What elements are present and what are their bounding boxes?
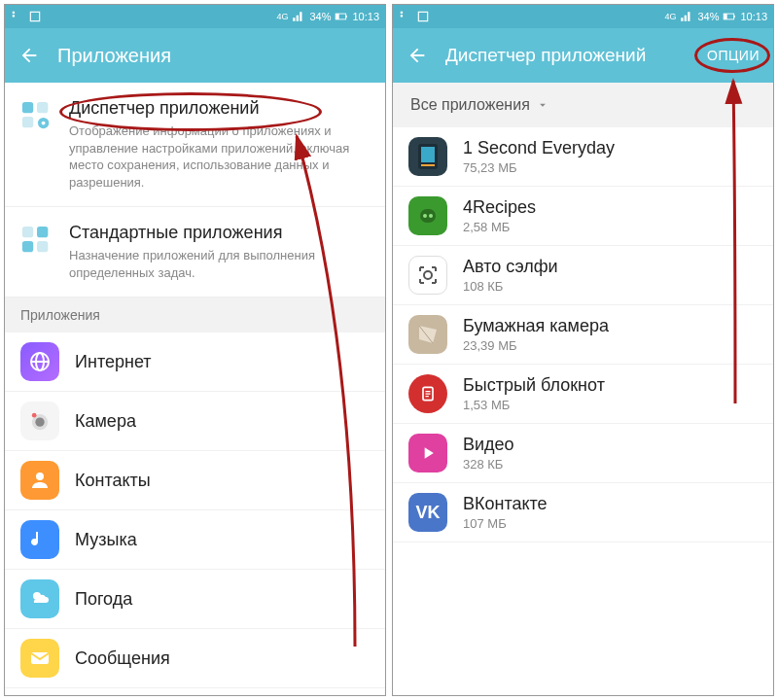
app-label: ВКонтакте: [463, 494, 548, 514]
app-label: Музыка: [75, 530, 137, 550]
app-icon: [408, 137, 447, 176]
header: Диспетчер приложений ОПЦИИ: [393, 28, 773, 83]
back-arrow-icon[interactable]: [18, 45, 40, 66]
svg-point-31: [424, 271, 432, 279]
paper-camera-icon: [408, 315, 447, 354]
app-label: Камера: [75, 411, 136, 432]
screenshot-icon: [416, 10, 430, 23]
app-size: 107 МБ: [463, 516, 548, 531]
status-bar: 4G 34% 10:13: [5, 5, 385, 28]
app-size: 1,53 МБ: [463, 398, 605, 412]
contacts-icon: [20, 461, 59, 500]
music-icon: [20, 520, 59, 559]
section-app-manager[interactable]: Диспетчер приложений Отображение информа…: [5, 83, 385, 207]
selfie-icon: [408, 256, 447, 295]
app-label: Быстрый блокнот: [463, 375, 605, 396]
filter-dropdown[interactable]: Все приложения: [393, 83, 773, 127]
app-label: Сообщения: [75, 648, 170, 669]
app-icon: [408, 196, 447, 235]
svg-rect-11: [22, 241, 33, 252]
app-size: 2,58 МБ: [463, 220, 536, 234]
svg-rect-27: [421, 164, 435, 166]
app-label: Погода: [75, 589, 132, 610]
list-item[interactable]: Камера: [5, 392, 385, 451]
grid-icon: [20, 225, 53, 258]
app-label: 1 Second Everyday: [463, 138, 615, 158]
svg-rect-2: [336, 14, 340, 19]
notepad-icon: [408, 374, 447, 413]
page-title: Приложения: [57, 45, 371, 67]
clock: 10:13: [352, 11, 379, 22]
app-label: Авто сэлфи: [463, 257, 558, 277]
svg-rect-0: [30, 12, 39, 20]
svg-rect-6: [22, 117, 33, 127]
section-default-apps[interactable]: Стандартные приложения Назначение прилож…: [5, 207, 385, 298]
list-item[interactable]: Сообщения: [5, 629, 385, 688]
wifi-icon: [11, 10, 24, 23]
signal-icon: [292, 10, 305, 23]
section-title: Диспетчер приложений: [69, 98, 368, 119]
app-label: Видео: [463, 435, 514, 455]
app-label: Интернет: [75, 352, 152, 372]
list-item[interactable]: Видео 328 КБ: [393, 424, 773, 483]
list-item[interactable]: Погода: [5, 570, 385, 629]
list-item[interactable]: VK ВКонтакте 107 МБ: [393, 483, 773, 542]
network-label: 4G: [276, 12, 288, 21]
back-arrow-icon[interactable]: [407, 45, 428, 66]
list-item[interactable]: Музыка: [5, 510, 385, 570]
svg-point-8: [42, 122, 46, 125]
status-bar: 4G 34% 10:13: [393, 5, 773, 28]
grid-gear-icon: [20, 100, 53, 133]
subheader-apps: Приложения: [5, 298, 385, 332]
svg-rect-21: [418, 12, 427, 20]
section-desc: Назначение приложений для выполнения опр…: [69, 247, 368, 281]
clock: 10:13: [740, 11, 767, 22]
list-item[interactable]: Бумажная камера 23,39 МБ: [393, 305, 773, 365]
internet-icon: [20, 342, 59, 381]
svg-point-17: [32, 413, 37, 418]
wifi-icon: [399, 10, 412, 23]
chevron-down-icon: [536, 98, 549, 112]
app-size: 23,39 МБ: [463, 338, 609, 353]
svg-point-30: [429, 214, 433, 218]
messages-icon: [20, 639, 59, 678]
app-label: Контакты: [75, 471, 151, 491]
svg-rect-24: [734, 16, 735, 18]
svg-rect-5: [37, 102, 48, 113]
section-desc: Отображение информации о приложениях и у…: [69, 122, 368, 191]
phone-right: 4G 34% 10:13 Диспетчер приложений ОПЦИИ …: [392, 4, 774, 696]
list-item[interactable]: Быстрый блокнот 1,53 МБ: [393, 365, 773, 424]
svg-rect-10: [37, 227, 48, 237]
camera-icon: [20, 402, 59, 440]
list-item[interactable]: 1 Second Everyday 75,23 МБ: [393, 127, 773, 187]
content-left: Диспетчер приложений Отображение информа…: [5, 83, 385, 695]
page-title: Диспетчер приложений: [445, 45, 690, 66]
video-icon: [408, 434, 447, 472]
battery-pct: 34%: [309, 11, 331, 22]
battery-icon: [723, 10, 736, 23]
list-item[interactable]: Авто сэлфи 108 КБ: [393, 246, 773, 305]
app-size: 108 КБ: [463, 279, 558, 294]
header: Приложения: [5, 28, 385, 83]
vk-icon: VK: [408, 493, 447, 532]
svg-point-16: [35, 418, 44, 427]
filter-label: Все приложения: [410, 96, 530, 114]
svg-point-29: [423, 214, 427, 218]
svg-rect-9: [22, 227, 33, 237]
svg-rect-12: [37, 241, 48, 252]
list-item[interactable]: Интернет: [5, 332, 385, 392]
svg-rect-4: [22, 102, 33, 113]
options-button[interactable]: ОПЦИИ: [707, 48, 760, 63]
app-label: Бумажная камера: [463, 316, 609, 336]
signal-icon: [680, 10, 693, 23]
app-size: 328 КБ: [463, 457, 514, 472]
screenshot-icon: [28, 10, 42, 23]
app-label: 4Recipes: [463, 197, 536, 218]
battery-pct: 34%: [697, 11, 719, 22]
svg-rect-26: [421, 147, 435, 162]
network-label: 4G: [664, 12, 676, 21]
list-item[interactable]: Контакты: [5, 451, 385, 510]
list-item[interactable]: 4Recipes 2,58 МБ: [393, 187, 773, 246]
weather-icon: [20, 579, 59, 618]
svg-point-18: [36, 472, 44, 480]
